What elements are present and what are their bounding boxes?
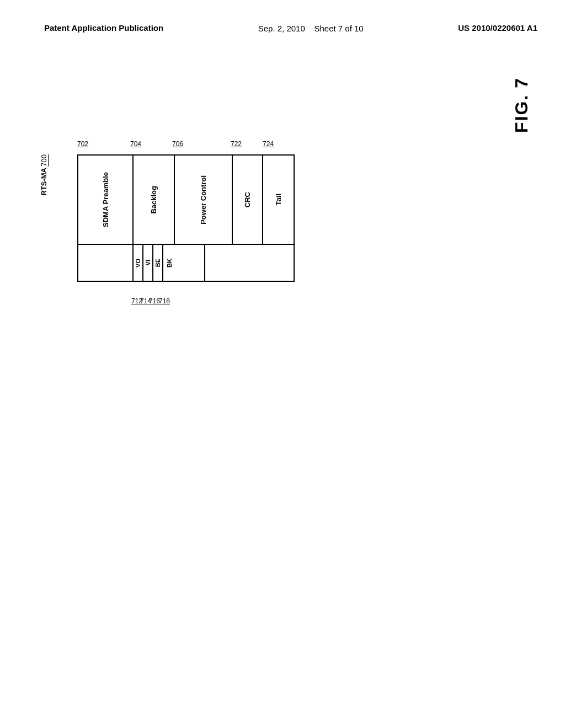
- sdma-preamble-cell: SDMA Preamble: [78, 156, 134, 244]
- empty-cell: [78, 245, 134, 281]
- label-724: 724: [263, 140, 274, 148]
- figure-label: FIG. 7: [511, 77, 532, 133]
- backlog-label: Backlog: [150, 186, 158, 214]
- label-718: 718: [159, 297, 170, 305]
- power-control-cell: Power Control: [175, 156, 233, 244]
- label-702: 702: [77, 140, 88, 148]
- header-date-sheet: Sep. 2, 2010 Sheet 7 of 10: [258, 22, 364, 35]
- publication-title: Patent Application Publication: [44, 22, 163, 34]
- crc-bottom-cell: [175, 245, 205, 281]
- top-row: SDMA Preamble Backlog Power Control CRC …: [78, 156, 294, 245]
- vi-cell: VI: [143, 245, 153, 281]
- tail-label: Tail: [274, 194, 282, 205]
- bottom-row: VO VI BE BK: [78, 245, 294, 281]
- tail-cell: Tail: [263, 156, 294, 244]
- patent-number: US 2010/0220601 A1: [458, 22, 537, 34]
- frame-diagram: 702 704 706 722 724 SDMA Preamble Backlo…: [77, 154, 295, 282]
- label-706: 706: [172, 140, 183, 148]
- bk-label: BK: [166, 259, 173, 267]
- crc-cell: CRC: [233, 156, 263, 244]
- vo-label: VO: [135, 259, 141, 267]
- rts-ma-label: RTS-MA: [40, 168, 48, 196]
- bk-cell: BK: [163, 245, 175, 281]
- vo-cell: VO: [134, 245, 143, 281]
- label-722: 722: [231, 140, 242, 148]
- tail-bottom-cell: [205, 245, 236, 281]
- be-label: BE: [154, 259, 161, 267]
- power-control-label: Power Control: [199, 175, 207, 224]
- label-704: 704: [130, 140, 141, 148]
- be-cell: BE: [153, 245, 163, 281]
- sdma-preamble-label: SDMA Preamble: [102, 172, 110, 227]
- backlog-cell: Backlog: [134, 156, 175, 244]
- crc-label: CRC: [243, 192, 252, 207]
- packet-frame: SDMA Preamble Backlog Power Control CRC …: [77, 154, 295, 282]
- sheet-info: Sheet 7 of 10: [314, 24, 363, 33]
- page-header: Patent Application Publication Sep. 2, 2…: [0, 0, 565, 46]
- rts-ma-container: 700 RTS-MA: [40, 154, 48, 195]
- vi-label: VI: [145, 260, 151, 265]
- publication-date: Sep. 2, 2010: [258, 24, 305, 33]
- rts-ma-number: 700: [40, 154, 48, 167]
